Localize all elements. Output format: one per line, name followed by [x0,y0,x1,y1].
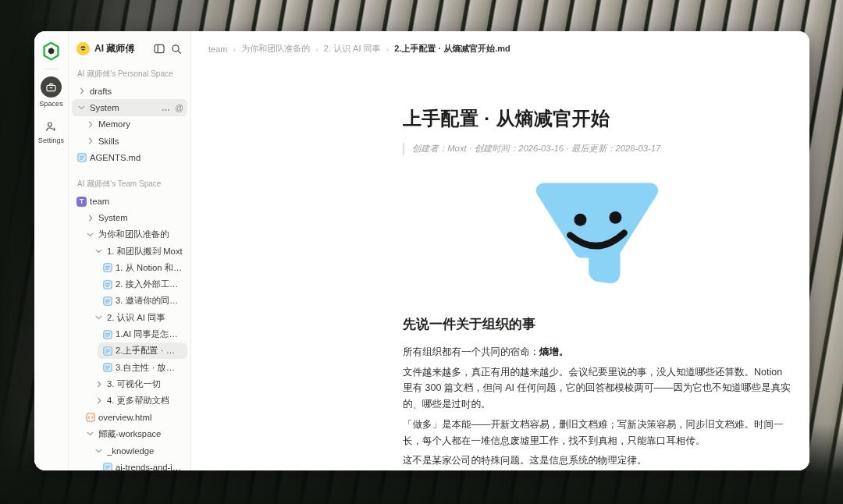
sidebar-tree-item[interactable]: _knowledge [89,442,187,459]
document-file-icon [102,296,112,306]
main-content: team›为你和团队准备的›2. 认识 AI 同事›2.上手配置 · 从熵减官开… [191,31,809,470]
section-heading: 先说一件关于组织的事 [403,315,791,333]
sidebar-item-label: 1. 从 Notion 和 GoogleDri... [116,262,183,274]
sidebar-tree-item[interactable]: 1. 和团队搬到 Moxt [89,243,187,259]
sidebar-tree-item[interactable]: 4. 更多帮助文档 [89,392,187,409]
sidebar-item-label: _knowledge [107,446,183,456]
sidebar-tree-item[interactable]: 2. 认识 AI 同事 [89,310,187,326]
sidebar-tree-item[interactable]: drafts [72,83,187,99]
rail-item-label: Settings [38,137,64,144]
document-file-icon [102,280,112,289]
chevron-down-icon [94,248,104,254]
page-title: 上手配置 · 从熵减官开始 [403,106,791,131]
funnel-mascot-illustration [528,179,667,289]
rail-item-spaces[interactable]: Spaces [39,76,63,108]
workspace-avatar[interactable] [76,42,90,55]
sidebar: AI 藏师傅 AI 藏师傅's Personal SpacedraftsSyst… [69,31,191,470]
document-file-icon [102,463,112,470]
sidebar-item-label: System [90,103,158,112]
toggle-sidebar-icon[interactable] [153,43,165,55]
team-avatar: T [76,197,87,207]
chevron-right-icon [85,137,95,144]
sidebar-tree-item[interactable]: 2.上手配置 · 从熵减官开始... [98,343,187,359]
doc-paragraph: 文件越来越多，真正有用的越来越少。会议纪要里说的事，没人知道哪些还算数。Noti… [403,364,791,413]
chevron-down-icon [94,448,104,454]
sidebar-item-label: 2. 认识 AI 同事 [107,312,183,324]
sidebar-tree-item[interactable]: 3. 可视化一切 [89,376,187,392]
breadcrumb-item[interactable]: 为你和团队准备的 [241,43,310,55]
doc-paragraph: 「做多」是本能——开新文档容易，删旧文档难；写新决策容易，同步旧文档难。时间一长… [403,417,791,449]
chevron-right-icon [85,215,95,222]
search-icon[interactable] [170,43,183,55]
breadcrumb-separator-icon: › [386,44,389,54]
settings-icon [41,119,62,134]
chevron-right-icon [94,381,104,388]
document-file-icon [102,363,112,372]
sidebar-item-label: overview.html [98,413,183,422]
sidebar-item-label: ai-trends-and-industry.... [116,463,183,470]
breadcrumb-item: 2.上手配置 · 从熵减官开始.md [394,43,510,55]
sidebar-item-label: Skills [98,137,183,146]
sidebar-tree-item[interactable]: 1. 从 Notion 和 GoogleDri... [98,260,187,276]
doc-meta: 创建者：Moxt · 创建时间：2026-03-16 · 最后更新：2026-0… [403,143,791,155]
sidebar-tree-item[interactable]: overview.html [80,409,187,425]
sidebar-item-label: 3.自主性 · 放手让它干到什... [116,362,183,374]
sidebar-tree-item[interactable]: 3.自主性 · 放手让它干到什... [98,359,187,375]
document-file-icon [102,263,112,272]
sidebar-section-label: AI 藏师傅's Personal Space [72,65,187,83]
chevron-right-icon [76,87,87,94]
breadcrumb-item[interactable]: 2. 认识 AI 同事 [324,43,381,55]
breadcrumb-separator-icon: › [233,44,236,54]
sidebar-tree-item[interactable]: ai-trends-and-industry.... [98,459,187,470]
chevron-down-icon [94,314,104,321]
doc-paragraph: 所有组织都有一个共同的宿命：熵增。 [403,344,791,360]
doc-body: 所有组织都有一个共同的宿命：熵增。文件越来越多，真正有用的越来越少。会议纪要里说… [403,344,791,470]
sidebar-tree: AI 藏师傅's Personal SpacedraftsSystem@Memo… [69,62,190,470]
sidebar-tree-item[interactable]: System@ [72,99,187,115]
sidebar-item-label: Memory [98,119,183,129]
sidebar-tree-item[interactable]: Tteam [72,193,187,209]
sidebar-tree-item[interactable]: 为你和团队准备的 [80,226,187,243]
sidebar-tree-item[interactable]: 1.AI 同事是怎么工作的.md [98,326,187,343]
sidebar-tree-item[interactable]: 歸藏-workspace [80,426,187,442]
document-file-icon [76,153,87,162]
document: 上手配置 · 从熵减官开始 创建者：Moxt · 创建时间：2026-03-16… [403,106,791,470]
sidebar-item-label: 3. 邀请你的同事一起来.md [116,295,183,307]
sidebar-item-label: 2.上手配置 · 从熵减官开始... [116,345,183,357]
doc-paragraph: 这不是某家公司的特殊问题。这是信息系统的物理定律。 [403,453,791,469]
workspace-title[interactable]: AI 藏师傅 [94,42,148,55]
app-logo-icon[interactable] [42,41,61,61]
document-file-icon [102,330,112,339]
sidebar-item-label: drafts [90,87,183,96]
app-window: Spaces Settings AI 藏师傅 [34,31,809,470]
sidebar-tree-item[interactable]: 3. 邀请你的同事一起来.md [98,293,187,309]
chevron-down-icon [76,105,87,111]
mention-icon[interactable]: @ [175,103,183,112]
breadcrumb-separator-icon: › [315,44,318,54]
sidebar-item-label: System [98,213,183,222]
chevron-down-icon [85,232,95,238]
chevron-down-icon [85,431,95,437]
sidebar-tree-item[interactable]: AGENTS.md [72,149,187,165]
row-actions: @ [162,101,183,115]
sidebar-tree-item[interactable]: Skills [80,133,187,149]
sidebar-section-label: AI 藏师傅's Team Space [72,175,187,193]
sidebar-item-label: 2. 接入外部工具.md [116,279,183,290]
sidebar-item-label: 3. 可视化一切 [107,378,183,390]
sidebar-tree-item[interactable]: 2. 接入外部工具.md [98,276,187,293]
sidebar-header: AI 藏师傅 [69,31,190,62]
sidebar-item-label: 4. 更多帮助文档 [107,395,183,406]
sidebar-item-label: 1. 和团队搬到 Moxt [107,246,183,257]
breadcrumb-item[interactable]: team [208,44,227,54]
chevron-right-icon [94,397,104,404]
rail-divider [44,69,59,69]
sidebar-tree-item[interactable]: Memory [80,116,187,133]
doc-meta-text: 创建者：Moxt · 创建时间：2026-03-16 · 最后更新：2026-0… [412,144,660,153]
more-icon[interactable] [162,101,170,115]
sidebar-item-label: 为你和团队准备的 [98,229,183,240]
rail-item-label: Spaces [39,100,63,108]
rail-item-settings[interactable]: Settings [38,115,64,144]
activity-rail: Spaces Settings [34,31,69,470]
sidebar-item-label: 1.AI 同事是怎么工作的.md [116,328,183,340]
sidebar-tree-item[interactable]: System [80,210,187,226]
